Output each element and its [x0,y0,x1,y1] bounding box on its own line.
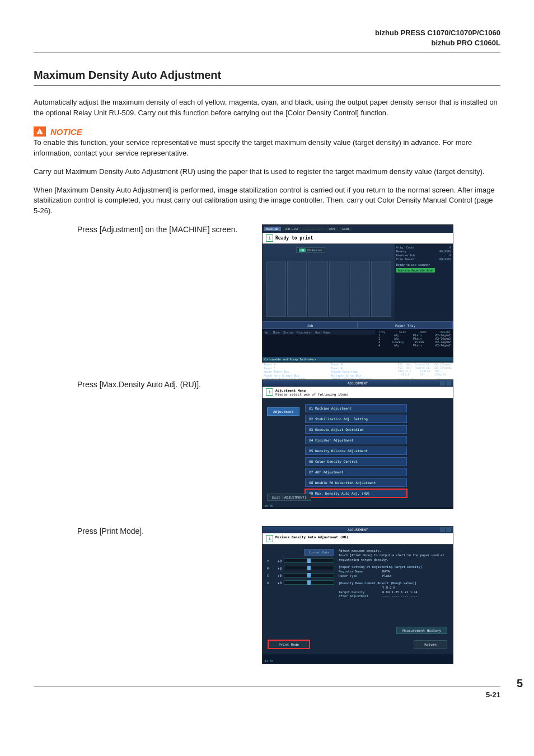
menu-07[interactable]: 07 ADF Adjustment [305,468,407,476]
help-icon[interactable] [440,381,445,386]
machine-screen: MACHINE JOB LIST ---------- COPY SCAN i … [262,224,453,363]
current-data-button[interactable]: Current Data [304,549,334,556]
adj-title: ADJUSTMENT [348,381,368,385]
close-icon[interactable] [446,527,451,532]
notice-exclaim-icon [34,126,46,137]
slider-c[interactable]: C +0 [267,573,334,577]
adj-info2: Please select one of following items [275,392,348,396]
tray-panel-header: Paper Tray [358,321,453,329]
md-info: Maximum Density Auto Adjustment (RU) [275,535,348,539]
consumable-mid: Toner MToner K Staple CartridgeMultiple … [330,361,397,381]
title-rule [34,85,500,86]
md-right-panel: Adjust maximum density. Touch [Print Mod… [339,549,448,599]
tab-copy[interactable]: COPY [326,227,338,231]
section-title: Maximum Density Auto Adjustment [34,69,500,82]
slider-m[interactable]: M +0 [267,566,334,570]
exit-adjust-button[interactable]: Exit [ADJUSTMENT] [267,494,311,501]
print-mode-button[interactable]: Print Mode [268,640,310,649]
help-icon[interactable] [440,527,445,532]
tab-scan[interactable]: SCAN [339,227,352,231]
footer-rule [34,687,500,687]
menu-01[interactable]: 01 Machine Adjustment [305,404,407,412]
header-rule [34,53,500,53]
md-title: ADJUSTMENT [348,528,368,532]
measurement-history-button[interactable]: Measurement History [396,627,447,634]
md-foot-time: 13:55 [265,659,273,663]
menu-09-max-density[interactable]: 09 Max. Density Auto Adj. (RU) [305,489,407,497]
menu-06[interactable]: 06 Color Density Control [305,457,407,466]
fd-heater-toggle[interactable]: ONFD Heater [296,247,325,253]
menu-04[interactable]: 04 Finisher Adjustment [305,436,407,444]
return-button[interactable]: Return [414,640,447,649]
page-number: 5-21 [34,691,500,699]
info-icon: i [266,234,273,242]
info-icon: i [266,535,273,542]
consumable-right: PI1A4❏Coated-GL106-135g/m2 PI2A4❏Coated-… [397,361,453,381]
notice-body: To enable this function, your service re… [34,138,500,159]
header-product-line1: bizhub PRESS C1070/C1070P/C1060 [34,28,500,38]
close-icon[interactable] [446,381,451,386]
paragraph-3: When [Maximum Density Auto Adjustment] i… [34,185,500,217]
adj-info1: Adjustment Menu [275,388,306,392]
job-panel-header: Job [263,321,358,329]
info-icon: i [266,388,273,396]
consumable-header: Consumable and Scrap Indicators [263,357,453,361]
menu-03[interactable]: 03 Execute Adjust Operation [305,425,407,434]
slider-y[interactable]: Y +0 [267,558,334,563]
tab-joblist[interactable]: JOB LIST [282,227,301,231]
intro-paragraph: Automatically adjust the maximum density… [34,97,500,119]
tray-list: Tray Size Name Weight 1A4❏Plain62-74g/m2… [376,329,453,357]
printer-illustration: ONFD Heater [263,244,395,321]
header-product-line2: bizhub PRO C1060L [34,38,500,48]
step2-text: Press [Max.Density Auto Adj. (RU)]. [34,379,251,391]
job-list: No. Mode Status Minute(s) User Name [263,329,376,357]
notice-label: NOTICE [50,127,82,137]
step3-text: Press [Print Mode]. [34,526,251,537]
paragraph-2: Carry out Maximum Density Auto Adjustmen… [34,167,500,177]
menu-02[interactable]: 02 Stabilization Adj. Setting [305,415,407,423]
max-density-screen: ADJUSTMENT i Maximum Density Auto Adjust… [262,526,453,664]
operate-scan-button[interactable]: Operate Separate Scan [396,268,435,273]
notice-heading: NOTICE [34,126,500,137]
tab-recall[interactable]: ---------- [302,227,325,231]
adj-foot-time: 15:09 [265,504,273,508]
machine-counters: Orig. Count0 Memory99.938% Reserve Job0 … [395,244,453,321]
tab-machine[interactable]: MACHINE [264,227,281,231]
adjustment-menu-screen: ADJUSTMENT i Adjustment Menu Please sele… [262,379,453,509]
step1-text: Press [Adjustment] on the [MACHINE] scre… [34,224,251,236]
chapter-number: 5 [517,677,523,690]
consumable-left: Toner YToner C Waste Toner BoxPunch-Hole… [263,361,330,381]
menu-08[interactable]: 08 Double Fd Detection Adjustment [305,478,407,487]
ready-text: Ready to print [275,236,313,241]
slider-k[interactable]: K +0 [267,580,334,585]
adjustment-left-button[interactable]: Adjustment [267,407,299,416]
menu-05[interactable]: 05 Density Balance Adjustment [305,447,407,455]
